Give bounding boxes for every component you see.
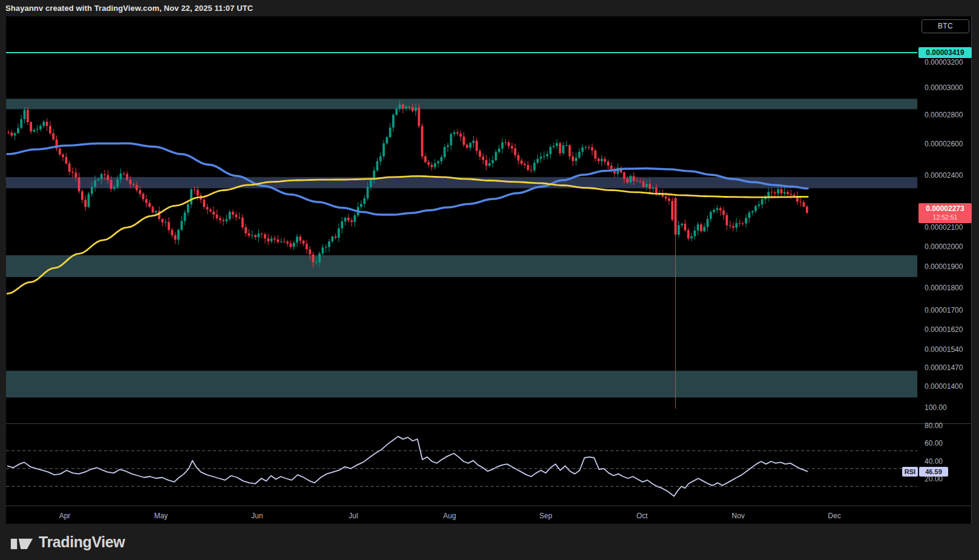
price-tick-0.00002600: 0.00002600 [925,139,963,149]
last-price-label: 0.00002273 12:52:51 [918,203,972,223]
price-tick-0.00002100: 0.00002100 [925,223,963,232]
chart-widget[interactable]: 0.000032000.000030000.000028000.00002600… [6,16,972,524]
price-tick-0.00001400: 0.00001400 [925,382,963,391]
price-tick-0.00001620: 0.00001620 [925,325,963,334]
price-tick-0.00003000: 0.00003000 [925,83,963,93]
axis-labels-layer: 0.000032000.000030000.000028000.00002600… [6,16,971,524]
price-tick-0.00001800: 0.00001800 [925,283,963,293]
symbol-quote-label: BTC [938,22,953,30]
rsi-tick-40: 40.00 [925,457,943,466]
time-tick-aug: Aug [443,512,456,520]
price-tick-0.00001470: 0.00001470 [925,363,963,373]
price-tick-0.00002800: 0.00002800 [925,110,963,120]
time-tick-apr: Apr [59,512,71,520]
time-tick-jun: Jun [251,512,263,520]
time-tick-jul: Jul [349,512,358,520]
rsi-tick-100: 100.00 [925,403,947,412]
watermark-bar: TradingView [0,524,979,560]
rsi-tick-60: 60.00 [925,438,943,448]
price-tick-0.00001700: 0.00001700 [925,305,963,315]
price-tick-0.00002400: 0.00002400 [925,171,963,180]
rsi-tick-80: 80.00 [925,421,943,431]
resistance-price-label: 0.00003419 [918,47,972,58]
time-tick-oct: Oct [637,512,648,520]
rsi-value: 46.59 [925,468,942,475]
time-tick-may: May [154,512,168,520]
tradingview-logo-icon [10,533,33,550]
price-tick-0.00001900: 0.00001900 [925,262,963,272]
last-price-value: 0.00002273 [918,204,972,213]
attribution-bar: Shayannv created with TradingView.com, N… [0,0,979,16]
time-tick-dec: Dec [828,512,840,520]
bar-countdown: 12:52:51 [918,213,972,221]
price-tick-0.00002000: 0.00002000 [925,242,963,252]
symbol-quote-button[interactable]: BTC [922,19,969,33]
time-tick-sep: Sep [539,512,552,520]
resistance-price-value: 0.00003419 [926,48,964,57]
rsi-value-badge: 46.59 [919,467,948,477]
price-tick-0.00001540: 0.00001540 [925,345,963,354]
price-tick-0.00003200: 0.00003200 [925,57,963,67]
rsi-name: RSI [905,468,915,475]
time-tick-nov: Nov [732,512,744,520]
rsi-name-badge: RSI [902,467,918,477]
tradingview-logo-text: TradingView [39,533,125,551]
attribution-text: Shayannv created with TradingView.com, N… [5,4,253,13]
